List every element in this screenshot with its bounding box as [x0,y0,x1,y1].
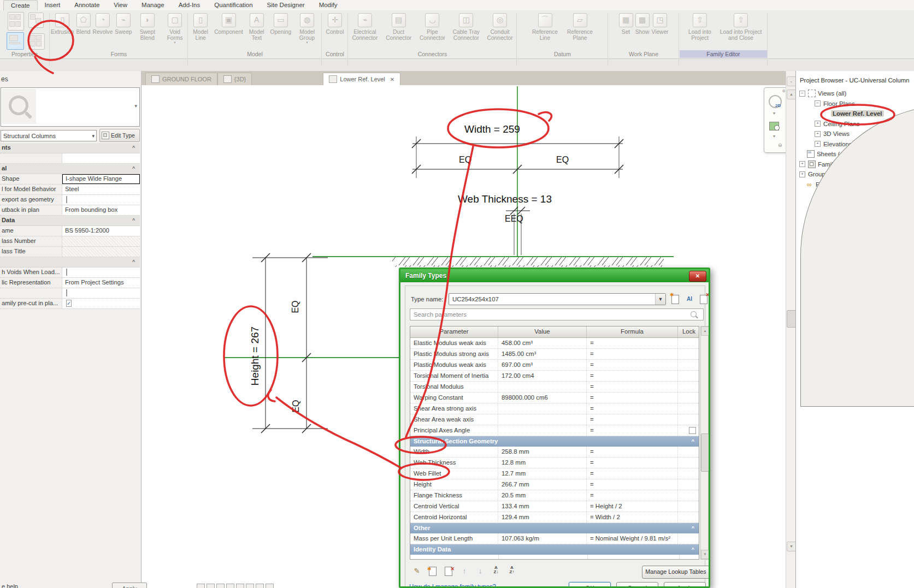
sweep-button[interactable]: ⌁Sweep [114,11,132,45]
component-button[interactable]: ▣Component [214,11,244,45]
expand-box-icon[interactable]: + [815,131,821,137]
checkbox-checked[interactable]: ✓ [66,300,72,307]
conduit-connector-button[interactable]: ◎Conduit Connector [483,11,516,41]
scale-icon[interactable] [197,584,205,588]
opening-button[interactable]: ▭Opening [270,11,292,45]
new-type-button[interactable]: ✱ [671,294,680,304]
crop-icon[interactable] [246,584,254,588]
shadows-icon[interactable] [236,584,244,588]
param-row[interactable]: Flange Thickness20.5 mm= [410,490,699,501]
pipe-connector-button[interactable]: ◡Pipe Connector [416,11,449,41]
swept-blend-button[interactable]: ◗Swept Blend [134,11,162,45]
param-row[interactable]: Web Fillet12.7 mm= [410,468,699,479]
collapse-chevron-icon[interactable]: ^ [132,143,140,153]
view-tab-3d[interactable]: {3D} [217,73,252,85]
param-row[interactable]: Plastic Modulus strong axis1485.00 cm³= [410,349,699,360]
expand-box-icon[interactable]: + [799,161,805,167]
category-filter-dropdown-icon[interactable]: ▾ [92,130,95,141]
eq-label-upper[interactable]: EQ [291,288,300,326]
collapse-box-icon[interactable]: − [815,100,821,106]
show-work-plane-button[interactable]: ▩Show [635,11,650,35]
web-thickness-label[interactable]: Web Thickness = 13 [458,193,552,205]
palette-row-cutback[interactable]: utback in planFrom bounding box [0,205,140,216]
set-work-plane-button[interactable]: ▦Set [618,11,634,35]
table-scrollbar[interactable]: ▲ ▼ [700,326,709,560]
detail-level-icon[interactable] [207,584,215,588]
palette-section-header[interactable]: nts^ [0,143,140,153]
type-selector-dropdown-icon[interactable]: ▾ [134,103,137,109]
palette-row-class-title[interactable]: lass Title [0,247,140,257]
scroll-down-icon[interactable]: ▼ [787,542,796,551]
param-row[interactable]: Shear Area weak axis= [410,414,699,425]
new-parameter-icon[interactable]: ✱ [427,566,438,577]
tree-item-floor-plans[interactable]: −Floor Plans [796,99,914,109]
category-parameters-icon[interactable] [28,13,44,28]
blend-button[interactable]: ⬠Blend [75,11,91,45]
properties-panel-label[interactable]: Properties [0,50,49,58]
tab-annotate[interactable]: Annotate [67,0,107,10]
apply-button[interactable]: Apply [112,583,147,588]
column-value[interactable]: Value [498,326,587,337]
navbar-close-icon[interactable]: ⊗ [782,88,786,93]
param-row-principal-axes[interactable]: Principal Axes Angle= [410,425,699,436]
void-forms-button[interactable]: ▢Void Forms▾ [162,11,187,45]
ok-button[interactable]: OK [569,582,611,588]
palette-section-header-data[interactable]: Data^ [0,216,140,226]
rename-type-button[interactable]: AI [685,294,694,304]
palette-row-class-number[interactable]: lass Number [0,236,140,247]
properties-palette-toggle[interactable] [7,32,24,50]
model-group-dropdown-icon[interactable]: ▾ [306,41,308,44]
type-selector[interactable]: ▾ [1,87,140,127]
palette-row-export-geometry[interactable]: export as geometry [0,195,140,205]
eq-label-lower[interactable]: EQ [291,387,301,425]
table-scroll-down-icon[interactable]: ▼ [701,550,709,559]
expand-box-icon[interactable]: + [815,121,821,127]
table-scrollbar-thumb[interactable] [701,433,709,472]
collapse-chevron-icon[interactable]: ^ [132,257,140,267]
palette-row-precut[interactable]: amily pre-cut in pla...✓ [0,299,140,309]
column-formula[interactable]: Formula [587,326,678,337]
tab-add-ins[interactable]: Add-Ins [172,0,208,10]
edit-type-button[interactable]: Edit Type [99,129,140,142]
palette-row-shape[interactable]: ShapeI-shape Wide Flange [0,174,140,185]
table-scroll-up-icon[interactable]: ▲ [701,326,709,336]
tree-item-groups[interactable]: +Groups [796,169,914,180]
hide-icon[interactable] [266,584,274,588]
eq-label-right[interactable]: EQ [556,155,569,165]
duct-connector-button[interactable]: ▤Duct Connector [382,11,415,41]
scrollbar-thumb[interactable] [787,310,796,328]
reference-plane-button[interactable]: ▱Reference Plane [563,11,597,41]
scroll-up-icon[interactable]: ▲ [787,90,796,99]
tree-item-views[interactable]: −Views (all) [796,88,914,99]
palette-row-material[interactable]: l for Model BehaviorSteel [0,185,140,195]
crop-visibility-icon[interactable] [256,584,264,588]
extrusion-button[interactable]: ▯Extrusion [50,11,74,45]
move-up-icon[interactable]: ↑ [459,566,470,577]
model-line-button[interactable]: ▯Model Line [188,11,213,45]
checkbox-unchecked[interactable] [66,269,67,276]
section-collapse-icon[interactable]: ^ [692,523,694,533]
type-name-dropdown-icon[interactable]: ▼ [655,294,665,305]
delete-parameter-icon[interactable]: ✕ [443,566,454,577]
tab-create[interactable]: Create [3,0,38,10]
width-dimension-label[interactable]: Width = 259 [464,123,520,135]
eq-label-left[interactable]: EQ [459,155,471,165]
section-collapse-icon[interactable]: ^ [692,544,694,555]
section-identity-data[interactable]: Identity Data^ [410,544,699,555]
family-category-icon[interactable] [8,12,24,31]
tab-site-designer[interactable]: Site Designer [260,0,312,10]
palette-section-header[interactable]: ^ [0,257,140,268]
param-row[interactable]: Centroid Horizontal129.4 mm= Width / 2 [410,512,699,523]
sun-icon[interactable] [226,584,234,588]
model-text-button[interactable]: AModel Text [245,11,269,45]
section-structural-section-geometry[interactable]: Structural Section Geometry^ [410,436,699,447]
lock-checkbox[interactable] [689,427,696,434]
visual-style-icon[interactable] [216,584,225,588]
checkbox-unchecked[interactable] [66,196,67,203]
viewer-button[interactable]: ◳Viewer [651,11,669,35]
dialog-close-icon[interactable]: ✕ [689,271,706,282]
sort-descending-icon[interactable]: AZ↑ [506,566,517,577]
search-parameters-input[interactable]: Search parameters [410,308,704,320]
param-row[interactable]: Shear Area strong axis= [410,403,699,414]
palette-row-name[interactable]: ameBS 5950-1:2000 [0,226,140,236]
